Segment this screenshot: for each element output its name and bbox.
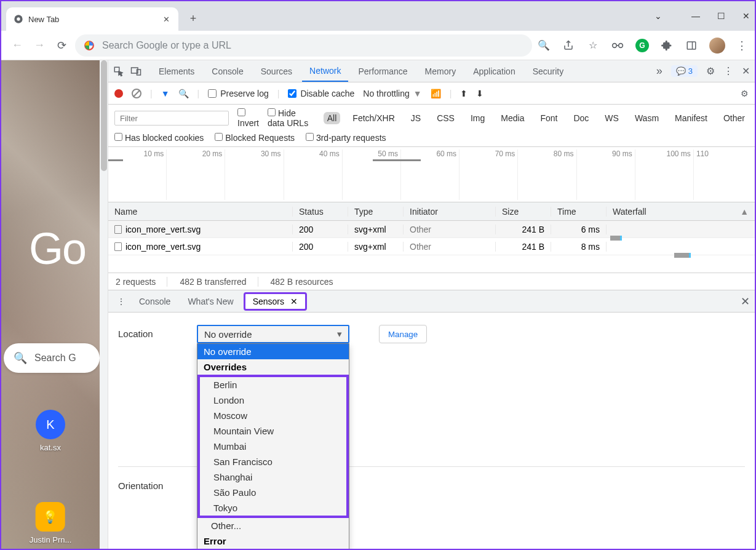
maximize-button[interactable]: ☐ [717,11,725,21]
manage-button[interactable]: Manage [379,325,427,343]
option-city[interactable]: Moscow [200,408,346,423]
tab-performance[interactable]: Performance [351,60,415,82]
minimize-button[interactable]: — [691,11,700,21]
browser-tab[interactable]: New Tab ✕ [6,7,178,31]
type-manifest[interactable]: Manifest [671,112,711,124]
invert-checkbox[interactable]: Invert [237,108,259,128]
grammarly-icon[interactable]: G [635,39,649,52]
inspect-icon[interactable] [113,66,124,77]
network-timeline[interactable]: 10 ms 20 ms 30 ms 40 ms 50 ms 60 ms 70 m… [108,147,755,202]
upload-icon[interactable]: ⬆ [460,89,468,98]
download-icon[interactable]: ⬇ [476,89,483,98]
new-tab-button[interactable]: + [183,9,203,28]
location-label: Location [118,325,167,339]
drawer-tab-whatsnew[interactable]: What's New [180,290,241,312]
devtools-menu-icon[interactable]: ⋮ [723,65,733,77]
shortcut-tile[interactable]: 💡 Justin Prn... [30,502,72,544]
option-no-override[interactable]: No override [197,344,349,359]
type-ws[interactable]: WS [601,112,623,124]
omnibox[interactable]: Search Google or type a URL [75,34,532,57]
tab-elements[interactable]: Elements [151,60,202,82]
devtools-scrollbar[interactable] [100,60,108,549]
tab-close-icon[interactable]: ✕ [161,14,171,24]
option-city[interactable]: Shanghai [200,469,346,485]
settings-icon[interactable]: ⚙ [706,65,715,77]
blocked-requests-checkbox[interactable]: Blocked Requests [215,133,295,143]
summary-transferred: 482 B transferred [180,277,258,287]
network-toolbar: | ▼ 🔍 | Preserve log | Disable cache No … [108,82,755,105]
type-font[interactable]: Font [536,112,561,124]
tab-network[interactable]: Network [302,60,348,82]
reload-button[interactable]: ⟳ [53,37,70,54]
tab-application[interactable]: Application [466,60,523,82]
search-icon[interactable]: 🔍 [178,89,189,98]
drawer-tab-sensors[interactable]: Sensors ✕ [244,292,307,311]
type-img[interactable]: Img [467,112,488,124]
record-button[interactable] [114,89,123,98]
chevron-down-icon: ▾ [337,329,342,340]
close-icon[interactable]: ✕ [290,297,298,306]
disable-cache-checkbox[interactable]: Disable cache [288,89,354,98]
devtools-close-icon[interactable]: ✕ [742,65,750,77]
filter-input[interactable] [114,111,229,126]
option-city[interactable]: São Paulo [200,485,346,500]
summary-requests: 2 requests [116,277,167,287]
type-media[interactable]: Media [497,112,528,124]
zoom-icon[interactable]: 🔍 [537,39,551,52]
share-icon[interactable] [562,39,575,52]
link-icon[interactable] [611,39,624,52]
profile-avatar[interactable] [709,38,725,54]
preserve-log-checkbox[interactable]: Preserve log [208,89,269,98]
third-party-checkbox[interactable]: 3rd-party requests [306,133,386,143]
type-js[interactable]: JS [407,112,424,124]
network-settings-icon[interactable]: ⚙ [741,89,749,98]
extensions-icon[interactable] [660,39,674,52]
table-row[interactable]: icon_more_vert.svg 200 svg+xml Other 241… [108,221,755,238]
forward-button[interactable]: → [31,37,48,54]
chrome-favicon [14,14,23,24]
type-fetch[interactable]: Fetch/XHR [349,112,398,124]
tab-console[interactable]: Console [204,60,250,82]
type-other[interactable]: Other [720,112,749,124]
table-row[interactable]: icon_more_vert.svg 200 svg+xml Other 241… [108,238,755,255]
issues-badge[interactable]: 💬3 [671,65,698,77]
close-window-button[interactable]: ✕ [742,11,750,21]
type-all[interactable]: All [324,112,341,124]
drawer-tab-console[interactable]: Console [132,290,178,312]
hide-data-urls-checkbox[interactable]: Hide data URLs [268,108,315,128]
option-city[interactable]: Berlin [200,377,346,393]
menu-icon[interactable]: ⋮ [736,39,747,52]
type-css[interactable]: CSS [433,112,458,124]
location-select[interactable]: No override ▾ [197,325,349,343]
tab-sources[interactable]: Sources [253,60,300,82]
tab-memory[interactable]: Memory [418,60,464,82]
option-city[interactable]: San Francisco [200,454,346,469]
ntp-search-box[interactable]: 🔍 Search G [4,343,100,373]
device-toolbar-icon[interactable] [130,66,141,77]
type-doc[interactable]: Doc [570,112,592,124]
throttling-select[interactable]: No throttling▼ [363,89,421,98]
sidepanel-icon[interactable] [685,39,698,52]
shortcut-tile[interactable]: K kat.sx [36,410,65,452]
back-button[interactable]: ← [9,37,26,54]
tab-security[interactable]: Security [525,60,571,82]
blocked-cookies-checkbox[interactable]: Has blocked cookies [114,133,204,143]
clear-button[interactable] [132,89,141,98]
option-other[interactable]: Other... [197,518,349,533]
option-city[interactable]: Tokyo [200,500,346,516]
shortcut-label: kat.sx [40,443,61,452]
type-wasm[interactable]: Wasm [631,112,662,124]
option-city[interactable]: London [200,393,346,408]
google-logo: Go [29,223,86,274]
svg-point-3 [613,43,617,47]
more-tabs-icon[interactable]: » [656,65,662,78]
drawer-close-icon[interactable]: ✕ [741,295,750,308]
option-header-error: Error [197,533,349,549]
bookmark-icon[interactable]: ☆ [586,39,600,52]
chevron-down-icon[interactable]: ⌄ [655,11,662,21]
option-city[interactable]: Mountain View [200,423,346,439]
filter-icon[interactable]: ▼ [161,89,170,98]
option-city[interactable]: Mumbai [200,439,346,454]
wifi-icon[interactable]: 📶 [431,89,441,98]
drawer-menu-icon[interactable]: ⋮ [113,297,129,306]
